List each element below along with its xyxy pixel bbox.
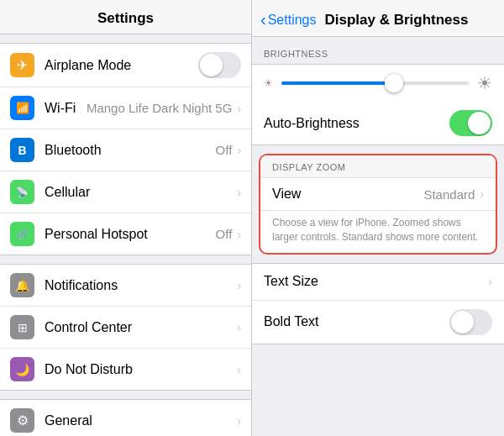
back-button[interactable]: ‹ Settings [260, 10, 316, 29]
controlcenter-icon: ⊞ [10, 315, 34, 339]
brightness-section-label: BRIGHTNESS [252, 37, 504, 64]
display-zoom-group: DISPLAY ZOOM View Standard › Choose a vi… [259, 154, 497, 255]
zoom-description: Choose a view for iPhone. Zoomed shows l… [260, 211, 496, 253]
view-value: Standard [423, 187, 475, 202]
hotspot-label: Personal Hotspot [45, 227, 216, 242]
text-size-row[interactable]: Text Size › [252, 264, 504, 301]
sidebar-item-hotspot[interactable]: 🔗 Personal Hotspot Off › [0, 213, 251, 255]
sidebar-item-cellular[interactable]: 📡 Cellular › [0, 171, 251, 213]
donotdisturb-label: Do Not Disturb [45, 362, 237, 377]
brightness-low-icon: ☀ [264, 77, 273, 89]
settings-group-3: ⚙ General › AA Display & Brightness › 🌸 … [0, 399, 251, 436]
bluetooth-icon: B [10, 138, 34, 162]
hotspot-value: Off [216, 227, 233, 241]
bluetooth-chevron: › [237, 144, 241, 157]
brightness-slider-track[interactable] [281, 81, 469, 85]
display-zoom-label: DISPLAY ZOOM [260, 155, 496, 178]
airplane-icon: ✈ [10, 53, 34, 77]
back-chevron-icon: ‹ [260, 10, 266, 29]
auto-brightness-toggle[interactable] [449, 110, 492, 136]
settings-group-2: 🔔 Notifications › ⊞ Control Center › 🌙 D… [0, 264, 251, 391]
brightness-slider-fill [281, 81, 394, 85]
notifications-icon: 🔔 [10, 273, 34, 297]
sidebar-item-general[interactable]: ⚙ General › [0, 400, 251, 436]
right-panel-title: Display & Brightness [324, 12, 468, 29]
wifi-value: Mango Life Dark Night 5G [87, 101, 232, 115]
airplane-label: Airplane Mode [45, 58, 198, 73]
bold-text-toggle[interactable] [449, 309, 492, 335]
view-label: View [272, 186, 423, 202]
brightness-slider-thumb[interactable] [385, 74, 403, 92]
right-content: BRIGHTNESS ☀ ☀ Auto-Brightness DISPLAY Z… [252, 37, 504, 436]
view-chevron: › [480, 187, 484, 201]
sidebar-item-donotdisturb[interactable]: 🌙 Do Not Disturb › [0, 349, 251, 390]
airplane-toggle[interactable] [198, 52, 241, 78]
auto-brightness-label: Auto-Brightness [264, 116, 449, 131]
wifi-label: Wi-Fi [45, 101, 87, 116]
cellular-icon: 📡 [10, 180, 34, 204]
controlcenter-chevron: › [237, 321, 241, 334]
left-panel: Settings ✈ Airplane Mode 📶 Wi-Fi Mango L… [0, 0, 252, 436]
text-group: Text Size › Bold Text [252, 263, 504, 344]
brightness-high-icon: ☀ [477, 73, 492, 93]
view-row[interactable]: View Standard › [260, 178, 496, 211]
wifi-icon: 📶 [10, 96, 34, 120]
cellular-label: Cellular [45, 185, 237, 200]
hotspot-icon: 🔗 [10, 222, 34, 246]
wifi-chevron: › [237, 102, 241, 115]
general-chevron: › [237, 414, 241, 428]
sidebar-item-airplane[interactable]: ✈ Airplane Mode [0, 44, 251, 87]
general-label: General [45, 413, 237, 428]
auto-brightness-row[interactable]: Auto-Brightness [252, 102, 504, 144]
sidebar-item-notifications[interactable]: 🔔 Notifications › [0, 265, 251, 307]
settings-group-1: ✈ Airplane Mode 📶 Wi-Fi Mango Life Dark … [0, 43, 251, 255]
controlcenter-label: Control Center [45, 320, 237, 335]
bold-text-label: Bold Text [264, 314, 449, 329]
donotdisturb-chevron: › [237, 363, 241, 376]
right-header: ‹ Settings Display & Brightness [252, 0, 504, 37]
brightness-slider-row[interactable]: ☀ ☀ [252, 65, 504, 102]
sidebar-item-wifi[interactable]: 📶 Wi-Fi Mango Life Dark Night 5G › [0, 87, 251, 129]
bold-text-row[interactable]: Bold Text [252, 301, 504, 344]
left-title: Settings [0, 0, 251, 34]
text-size-label: Text Size [264, 274, 488, 289]
notifications-label: Notifications [45, 278, 237, 293]
donotdisturb-icon: 🌙 [10, 357, 34, 381]
sidebar-item-bluetooth[interactable]: B Bluetooth Off › [0, 129, 251, 171]
notifications-chevron: › [237, 279, 241, 292]
sidebar-item-controlcenter[interactable]: ⊞ Control Center › [0, 307, 251, 349]
bluetooth-value: Off [216, 143, 233, 157]
right-panel: ‹ Settings Display & Brightness BRIGHTNE… [252, 0, 504, 436]
cellular-chevron: › [237, 186, 241, 199]
back-label: Settings [268, 13, 317, 28]
hotspot-chevron: › [237, 228, 241, 241]
general-icon: ⚙ [10, 408, 34, 433]
text-size-chevron: › [488, 275, 492, 288]
brightness-group: ☀ ☀ Auto-Brightness [252, 64, 504, 145]
bluetooth-label: Bluetooth [45, 143, 216, 158]
